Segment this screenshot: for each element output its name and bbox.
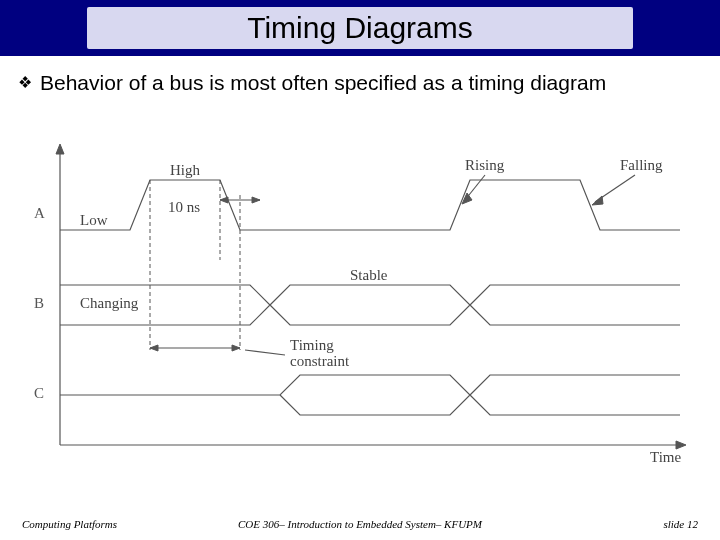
footer-left: Computing Platforms <box>22 518 191 530</box>
signal-c-label: C <box>34 385 44 401</box>
svg-marker-16 <box>232 345 240 351</box>
low-label: Low <box>80 212 108 228</box>
ten-ns-label: 10 ns <box>168 199 200 215</box>
time-axis-label: Time <box>650 449 681 465</box>
footer-right: slide 12 <box>529 518 698 530</box>
svg-marker-13 <box>592 196 603 205</box>
signal-a-label: A <box>34 205 45 221</box>
title-bar: Timing Diagrams <box>0 0 720 56</box>
footer-center: COE 306– Introduction to Embedded System… <box>191 518 529 530</box>
diamond-bullet-icon: ❖ <box>18 70 32 96</box>
stable-label: Stable <box>350 267 388 283</box>
bullet-text: Behavior of a bus is most often specifie… <box>40 70 606 96</box>
timing-constraint-label-2: constraint <box>290 353 350 369</box>
svg-marker-1 <box>56 144 64 154</box>
falling-label: Falling <box>620 157 663 173</box>
svg-marker-8 <box>220 197 228 203</box>
changing-label: Changing <box>80 295 139 311</box>
svg-marker-9 <box>252 197 260 203</box>
svg-marker-15 <box>150 345 158 351</box>
timing-constraint-label-1: Timing <box>290 337 334 353</box>
svg-marker-3 <box>676 441 686 449</box>
rising-label: Rising <box>465 157 505 173</box>
svg-line-17 <box>245 350 285 355</box>
bullet-row: ❖ Behavior of a bus is most often specif… <box>0 56 720 96</box>
signal-b-label: B <box>34 295 44 311</box>
timing-diagram: Time A Low High 10 ns Rising Falling B C… <box>20 140 700 470</box>
slide-title: Timing Diagrams <box>87 7 633 49</box>
high-label: High <box>170 162 201 178</box>
footer: Computing Platforms COE 306– Introductio… <box>0 518 720 530</box>
